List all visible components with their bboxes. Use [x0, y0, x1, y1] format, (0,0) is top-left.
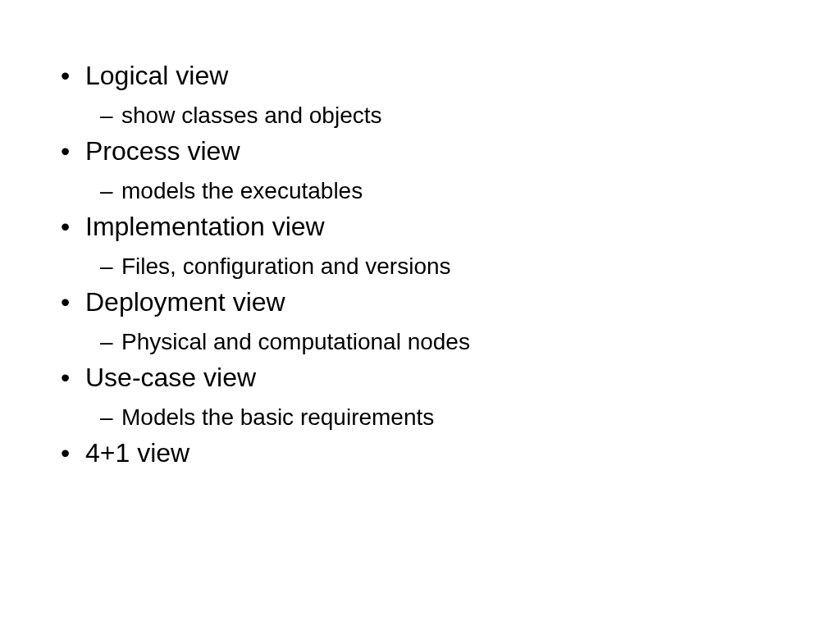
item-title: Use-case view	[85, 361, 840, 394]
sub-list: Models the basic requirements	[85, 404, 840, 431]
sub-item-text: models the executables	[121, 177, 840, 205]
sub-list-item: Models the basic requirements	[85, 404, 840, 431]
sub-list: models the executables	[85, 177, 840, 205]
list-item: Use-case view Models the basic requireme…	[61, 361, 840, 431]
sub-list: Physical and computational nodes	[85, 328, 840, 356]
sub-list: Files, configuration and versions	[85, 253, 840, 281]
sub-item-text: Files, configuration and versions	[121, 253, 840, 281]
item-title: Process view	[85, 135, 840, 167]
sub-list: show classes and objects	[85, 102, 840, 130]
sub-item-text: show classes and objects	[121, 102, 840, 130]
list-item: 4+1 view	[61, 436, 840, 469]
sub-list-item: Files, configuration and versions	[85, 253, 840, 281]
item-title: Implementation view	[85, 210, 840, 243]
list-item: Process view models the executables	[61, 135, 840, 205]
list-item: Logical view show classes and objects	[61, 59, 840, 130]
sub-list-item: models the executables	[85, 177, 840, 205]
item-title: Deployment view	[85, 285, 840, 318]
sub-item-text: Physical and computational nodes	[121, 328, 840, 356]
item-title: 4+1 view	[85, 436, 840, 469]
sub-item-text: Models the basic requirements	[121, 404, 840, 431]
sub-list-item: show classes and objects	[85, 102, 840, 130]
bullet-list: Logical view show classes and objects Pr…	[61, 59, 840, 469]
list-item: Deployment view Physical and computation…	[61, 285, 840, 356]
sub-list-item: Physical and computational nodes	[85, 328, 840, 356]
item-title: Logical view	[85, 59, 840, 92]
list-item: Implementation view Files, configuration…	[61, 210, 840, 281]
